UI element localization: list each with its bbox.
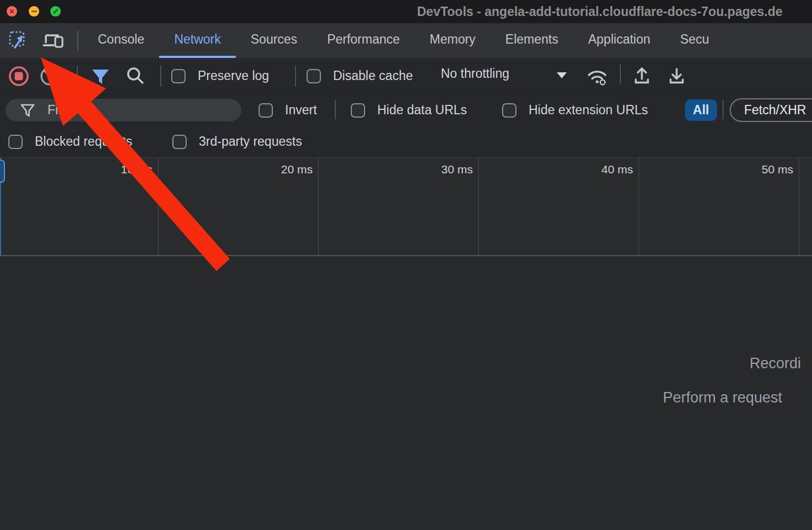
close-icon: ✕ [9, 8, 14, 15]
recording-hint-text: Recordi [750, 355, 801, 372]
filter-row-divider [723, 100, 724, 119]
clear-network-log-button[interactable] [38, 64, 62, 88]
panel-tabs: Console Network Sources Performance Memo… [83, 23, 724, 58]
tab-network[interactable]: Network [159, 23, 235, 58]
disable-cache-checkbox[interactable] [307, 69, 321, 83]
filter-input[interactable]: Filter [6, 99, 241, 121]
import-har-button[interactable] [630, 65, 653, 88]
close-window-button[interactable]: ✕ [7, 6, 17, 17]
timeline-selection-handle[interactable] [0, 160, 5, 183]
toolbar-divider [620, 65, 621, 83]
download-icon [665, 65, 688, 88]
invert-label: Invert [285, 103, 317, 118]
toolbar-divider [77, 66, 78, 87]
network-filter-row: Filter Invert Hide data URLs Hide extens… [0, 94, 812, 126]
network-toolbar: Preserve log Disable cache No throttling [0, 58, 812, 94]
tab-memory[interactable]: Memory [415, 23, 491, 58]
minimize-window-button[interactable] [29, 6, 39, 17]
window-title: DevTools - angela-add-tutorial.cloudflar… [417, 4, 783, 19]
invert-checkbox[interactable] [259, 103, 273, 118]
upload-icon [630, 65, 653, 88]
perform-request-hint-text: Perform a request [663, 389, 782, 406]
hide-extension-urls-group: Hide extension URLs [502, 103, 648, 118]
tab-security[interactable]: Secu [665, 23, 724, 58]
chevron-down-icon [557, 72, 567, 78]
tab-console[interactable]: Console [83, 23, 159, 58]
tab-sources[interactable]: Sources [236, 23, 312, 58]
blocked-requests-checkbox[interactable] [8, 135, 23, 149]
timeline-tick: 20 ms [159, 158, 319, 255]
hide-data-urls-group: Hide data URLs [351, 103, 467, 118]
throttling-value: No throttling [441, 66, 509, 81]
filter-funnel-icon [89, 65, 112, 88]
third-party-requests-group: 3rd-party requests [172, 134, 302, 149]
zoom-icon [53, 9, 59, 14]
timeline-tick: 50 ms [639, 158, 799, 255]
inspect-cursor-icon [8, 29, 30, 51]
clear-icon [38, 64, 62, 88]
search-icon [124, 65, 147, 88]
hide-data-urls-label: Hide data URLs [377, 103, 467, 118]
search-button[interactable] [124, 65, 147, 88]
preserve-log-checkbox-group: Preserve log [171, 68, 269, 83]
tab-application[interactable]: Application [573, 23, 666, 58]
disable-cache-checkbox-group: Disable cache [307, 68, 413, 83]
preserve-log-label: Preserve log [198, 68, 269, 83]
record-network-log-button[interactable] [7, 64, 31, 88]
throttling-select[interactable]: No throttling [441, 66, 509, 81]
tab-elements[interactable]: Elements [491, 23, 573, 58]
timeline-tick: 40 ms [479, 158, 639, 255]
blocked-requests-group: Blocked requests [8, 134, 132, 149]
timeline-tick: 30 ms [319, 158, 479, 255]
third-party-requests-label: 3rd-party requests [199, 134, 302, 149]
title-bar: ✕ DevTools - angela-add-tutorial.cloudfl… [0, 0, 812, 23]
devtools-window: ✕ DevTools - angela-add-tutorial.cloudfl… [0, 0, 812, 530]
invert-checkbox-group: Invert [259, 103, 317, 118]
timeline-tick: 10 ms [0, 158, 159, 255]
disable-cache-label: Disable cache [333, 68, 413, 83]
filter-input-placeholder: Filter [48, 103, 76, 118]
inspect-element-button[interactable] [7, 28, 31, 52]
hide-extension-urls-label: Hide extension URLs [529, 103, 648, 118]
record-icon [7, 64, 31, 88]
network-conditions-button[interactable] [584, 65, 610, 88]
filter-row-divider [335, 100, 336, 119]
hide-data-urls-checkbox[interactable] [351, 103, 365, 118]
minimize-icon [31, 10, 37, 12]
third-party-requests-checkbox[interactable] [172, 135, 187, 149]
toolbar-divider [160, 66, 161, 87]
network-conditions-icon [584, 65, 610, 88]
request-type-all-button[interactable]: All [685, 99, 717, 121]
filter-toggle-button[interactable] [89, 65, 112, 88]
blocked-requests-label: Blocked requests [35, 134, 132, 149]
request-type-fetch-xhr-button[interactable]: Fetch/XHR [730, 98, 812, 122]
tab-performance[interactable]: Performance [312, 23, 415, 58]
zoom-window-button[interactable] [50, 6, 61, 17]
network-overview-timeline[interactable]: 10 ms 20 ms 30 ms 40 ms 50 ms [0, 157, 812, 256]
device-toolbar-icon [42, 29, 64, 51]
devtools-tab-bar: Console Network Sources Performance Memo… [0, 23, 812, 58]
tabbar-divider [77, 31, 78, 51]
toolbar-divider [295, 66, 296, 87]
hide-extension-urls-checkbox[interactable] [502, 103, 516, 118]
toggle-device-toolbar-button[interactable] [41, 28, 65, 52]
funnel-outline-icon [19, 102, 36, 119]
export-har-button[interactable] [665, 65, 688, 88]
preserve-log-checkbox[interactable] [171, 69, 186, 83]
request-filters-row: Blocked requests 3rd-party requests [0, 126, 812, 157]
